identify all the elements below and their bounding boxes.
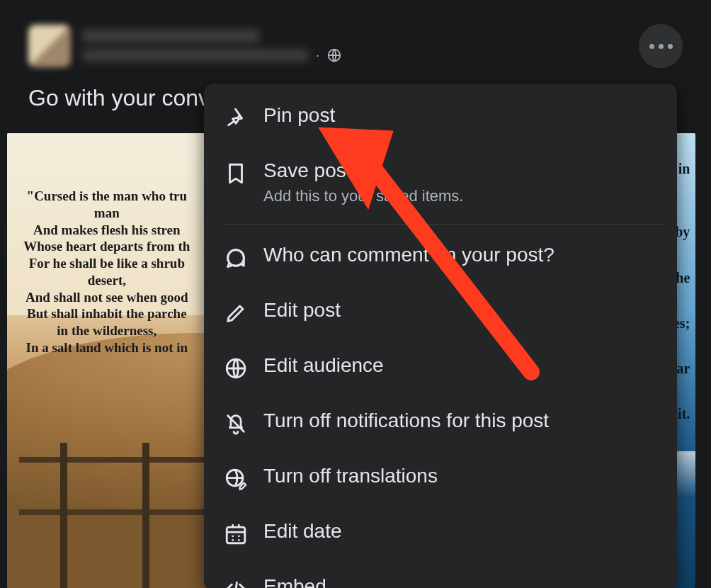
- right-image-text-frag: in: [678, 161, 690, 177]
- menu-item-sublabel: Add this to your saved items.: [263, 187, 463, 205]
- code-icon: [224, 577, 248, 588]
- post-actions-menu: Pin post Save post Add this to your save…: [204, 84, 677, 588]
- comment-icon: [224, 246, 248, 270]
- menu-item-label: Edit post: [263, 298, 341, 322]
- post-meta-row: ·: [82, 47, 342, 63]
- calendar-icon: [224, 522, 248, 546]
- post-header: ·: [28, 21, 683, 71]
- globe-pencil-icon: [224, 467, 248, 491]
- menu-item-label: Save post: [263, 159, 463, 183]
- globe-icon: [224, 356, 248, 380]
- menu-item-label: Pin post: [263, 103, 335, 128]
- menu-turn-off-notifications[interactable]: Turn off notifications for this post: [204, 395, 677, 450]
- menu-turn-off-translations[interactable]: Turn off translations: [204, 450, 677, 505]
- ellipsis-icon: [649, 44, 673, 49]
- bell-off-icon: [224, 412, 248, 436]
- bookmark-icon: [224, 162, 248, 186]
- menu-item-label: Embed: [263, 575, 326, 588]
- post-card: · Go with your conv "Cursed is the man w…: [0, 0, 711, 588]
- menu-edit-date[interactable]: Edit date: [204, 505, 677, 560]
- right-image-text-frag: he: [676, 270, 690, 286]
- audience-public-icon[interactable]: [326, 47, 342, 63]
- author-avatar[interactable]: [28, 25, 71, 67]
- post-actions-button[interactable]: [639, 24, 683, 68]
- menu-item-label: Who can comment on your post?: [263, 243, 554, 267]
- menu-embed[interactable]: Embed: [204, 560, 677, 588]
- left-image-text: "Cursed is the man who tru man And makes…: [18, 188, 195, 356]
- pencil-icon: [224, 301, 248, 325]
- menu-pin-post[interactable]: Pin post: [204, 89, 677, 145]
- post-text: Go with your conv: [28, 85, 210, 111]
- menu-save-post[interactable]: Save post Add this to your saved items.: [204, 145, 677, 220]
- svg-rect-3: [227, 527, 245, 543]
- menu-edit-audience[interactable]: Edit audience: [204, 339, 677, 395]
- meta-separator: ·: [316, 48, 319, 63]
- pin-icon: [224, 106, 248, 130]
- author-name-redacted: [82, 29, 259, 43]
- menu-who-can-comment[interactable]: Who can comment on your post?: [204, 229, 677, 284]
- menu-item-label: Turn off notifications for this post: [263, 409, 549, 433]
- menu-item-label: Edit audience: [263, 354, 384, 378]
- menu-item-label: Edit date: [263, 519, 342, 543]
- menu-divider: [224, 224, 663, 225]
- menu-edit-post[interactable]: Edit post: [204, 284, 677, 339]
- post-time-redacted: [82, 49, 309, 62]
- menu-item-label: Turn off translations: [263, 464, 438, 488]
- author-meta: ·: [82, 29, 342, 63]
